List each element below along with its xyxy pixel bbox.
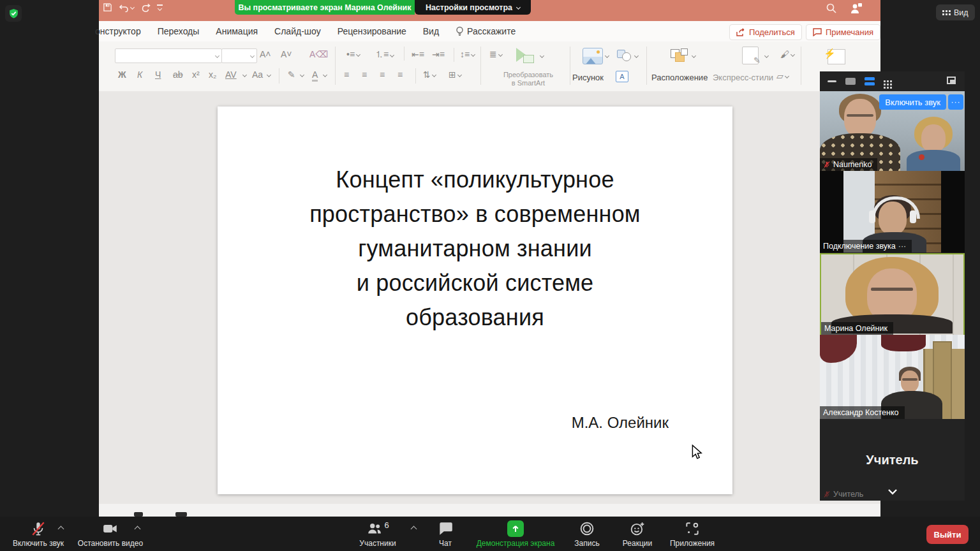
reactions-control[interactable]: Реакции [616, 520, 658, 548]
quick-styles-chevron[interactable] [764, 54, 769, 58]
picture-label[interactable]: Рисунок [572, 73, 604, 82]
leave-meeting-button[interactable]: Выйти [926, 525, 969, 544]
tab-transitions[interactable]: Переходы [158, 26, 200, 36]
customize-qat-button[interactable] [157, 4, 163, 10]
reactions-icon [629, 520, 646, 537]
quick-styles-icon[interactable] [742, 47, 759, 64]
undo-dropdown-chevron[interactable] [130, 5, 135, 10]
view-button[interactable]: Вид [936, 4, 975, 20]
bold-button[interactable]: Ж [118, 70, 126, 80]
subscript-button[interactable]: x₂ [209, 70, 216, 80]
participant-name-label: Подключение звука ··· [820, 240, 912, 253]
font-size-combobox[interactable] [221, 48, 257, 63]
tab-tell-me[interactable]: Расскажите [456, 26, 516, 36]
arrange-label[interactable]: Расположение [651, 73, 708, 82]
mouse-cursor [691, 444, 702, 460]
participants-control[interactable]: 6 Участники [352, 520, 403, 548]
presenter-account-icon[interactable] [850, 3, 863, 14]
slide-canvas[interactable]: Концепт «поликультурное пространство» в … [218, 107, 732, 494]
align-text-button[interactable]: ⊞ [449, 70, 461, 80]
arrange-icon[interactable] [671, 47, 687, 64]
participant-video-tile[interactable]: Подключение звука ··· [820, 171, 965, 253]
participant-video-tile-novideo[interactable]: Учитель Учитель [820, 419, 965, 501]
numbering-button[interactable]: ⒈≡ [375, 49, 394, 61]
tab-animation[interactable]: Анимация [216, 26, 258, 36]
tab-view[interactable]: Вид [423, 26, 439, 36]
bullets-button[interactable]: •≡ [346, 49, 360, 59]
align-left-button[interactable]: ≡ [344, 70, 349, 80]
superscript-button[interactable]: x² [192, 70, 200, 80]
font-color-chevron[interactable] [323, 73, 327, 77]
participant-video-tile-active[interactable]: Марина Олейник [820, 253, 965, 336]
apps-control[interactable]: Приложения [665, 520, 720, 548]
smartart-chevron[interactable] [540, 54, 544, 58]
slide-author: М.А. Олейник [572, 414, 669, 432]
italic-button[interactable]: К [137, 70, 142, 80]
decrease-indent-button[interactable]: ⇤≡ [412, 49, 424, 59]
clear-formatting-button[interactable]: A⌫ [309, 49, 328, 59]
chat-control[interactable]: Чат [426, 520, 464, 548]
insert-picture-icon[interactable] [583, 48, 603, 64]
align-right-button[interactable]: ≡ [380, 70, 385, 80]
connecting-dots: ··· [898, 242, 907, 251]
record-control[interactable]: Запись [568, 520, 606, 548]
participants-options-chevron[interactable] [411, 526, 417, 533]
tab-review[interactable]: Рецензирование [338, 26, 406, 36]
view-settings-dropdown[interactable]: Настройки просмотра [415, 0, 531, 15]
underline-button[interactable]: Ч [155, 70, 161, 80]
smartart-icon[interactable] [515, 48, 534, 63]
font-color-button[interactable]: A [312, 70, 318, 82]
shape-fill-button[interactable]: 🖌 [780, 49, 794, 59]
textbox-icon[interactable]: A [616, 71, 628, 82]
increase-indent-button[interactable]: ⇥≡ [432, 49, 445, 59]
design-ideas-icon[interactable] [828, 49, 845, 64]
participant-video-tile[interactable]: Включить звук ··· Naumenko [820, 91, 965, 171]
line-spacing-button[interactable]: ↕≡ [460, 49, 475, 59]
align-center-button[interactable]: ≡ [362, 70, 367, 80]
quick-styles-label[interactable]: Экспресс-стили [713, 73, 773, 82]
columns-button[interactable]: ≣ [489, 49, 502, 59]
font-name-combobox[interactable] [115, 48, 222, 63]
character-spacing-button[interactable]: AV [225, 70, 237, 80]
more-options-button[interactable]: ··· [948, 94, 963, 110]
grid-view-icon[interactable] [884, 80, 886, 82]
minimize-videos-icon[interactable] [828, 80, 836, 82]
tab-slideshow[interactable]: Слайд-шоу [274, 26, 321, 36]
slide-workspace: Концепт «поликультурное пространство» в … [99, 91, 880, 504]
ask-to-unmute-button[interactable]: Включить звук [879, 94, 946, 110]
popout-panel-icon[interactable] [947, 77, 956, 84]
speaker-view-icon[interactable] [845, 78, 856, 85]
security-shield-icon[interactable] [5, 5, 22, 22]
highlight-color-button[interactable]: ✎ [288, 70, 295, 80]
participant-name-label: Naumenko [820, 158, 877, 171]
stop-video-control[interactable]: Остановить видео [75, 520, 145, 548]
smartart-label[interactable]: Преобразоватьв SmartArt [493, 71, 563, 87]
screen-share-control[interactable]: Демонстрация экрана [473, 520, 558, 548]
save-icon[interactable] [103, 3, 112, 12]
text-direction-button[interactable]: ⇅ [423, 70, 436, 80]
apps-icon [684, 520, 701, 537]
grow-font-button[interactable]: A˄ [260, 49, 271, 59]
gallery-strip-view-icon[interactable] [865, 77, 875, 85]
participant-video-tile[interactable]: Александр Костенко [820, 335, 965, 419]
unmute-control[interactable]: Включить звук [11, 520, 65, 548]
shrink-font-button[interactable]: A˅ [281, 49, 292, 59]
share-button[interactable]: Поделиться [729, 24, 802, 40]
collapse-videos-chevron[interactable] [886, 487, 899, 498]
picture-chevron[interactable] [605, 54, 609, 58]
comments-button[interactable]: Примечания [806, 24, 880, 40]
change-case-button[interactable]: Aa [252, 70, 263, 80]
highlight-chevron[interactable] [300, 73, 304, 77]
strikethrough-button[interactable]: ab [173, 70, 183, 80]
tab-constructor[interactable]: онструктор [95, 26, 141, 36]
change-case-chevron[interactable] [267, 73, 271, 77]
undo-button[interactable] [119, 3, 134, 12]
shapes-icon[interactable] [617, 50, 631, 61]
search-icon[interactable] [826, 3, 837, 14]
justify-button[interactable]: ≡ [397, 70, 403, 80]
shape-effects-button[interactable]: ▱ [776, 71, 789, 81]
redo-icon[interactable] [140, 3, 151, 12]
character-spacing-chevron[interactable] [242, 73, 247, 77]
shapes-chevron[interactable] [634, 54, 639, 58]
arrange-chevron[interactable] [692, 54, 696, 58]
